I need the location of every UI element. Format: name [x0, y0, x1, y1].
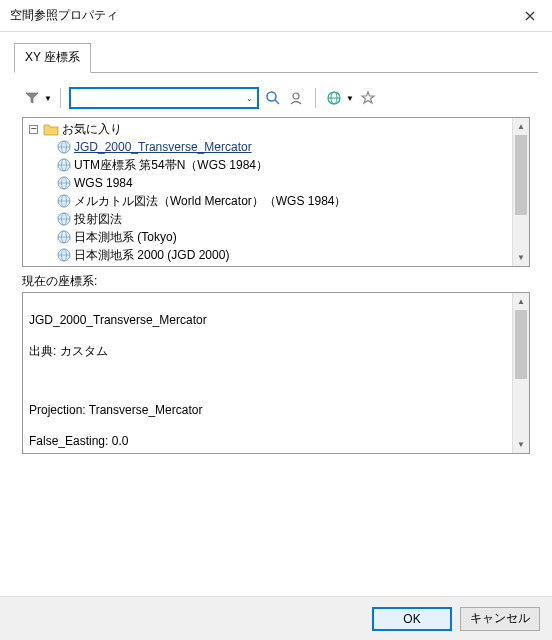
separator — [60, 88, 61, 108]
search-icon — [265, 90, 281, 106]
chevron-down-icon[interactable]: ▼ — [44, 94, 52, 103]
people-icon — [289, 90, 305, 106]
search-box[interactable]: ⌄ — [69, 87, 259, 109]
tree-item[interactable]: 投射図法 — [27, 210, 525, 228]
globe-button[interactable] — [324, 88, 344, 108]
people-button[interactable] — [287, 88, 307, 108]
chevron-down-icon[interactable]: ▼ — [346, 94, 354, 103]
globe-icon — [57, 266, 71, 267]
globe-icon — [57, 212, 71, 226]
scroll-down-icon[interactable]: ▼ — [513, 249, 529, 266]
detail-name: JGD_2000_Transverse_Mercator — [29, 313, 523, 329]
tree-item-label: 日本測地系 (Tokyo) — [74, 229, 177, 246]
svg-point-0 — [267, 92, 276, 101]
scroll-track[interactable] — [513, 310, 529, 436]
scrollbar-vertical[interactable]: ▲ ▼ — [512, 118, 529, 266]
search-button[interactable] — [263, 88, 283, 108]
svg-line-1 — [275, 100, 279, 104]
filter-button[interactable] — [22, 88, 42, 108]
cancel-button[interactable]: キャンセル — [460, 607, 540, 631]
scroll-thumb[interactable] — [515, 310, 527, 379]
tree-item[interactable]: 日本測地系 (Tokyo) — [27, 228, 525, 246]
search-input[interactable] — [75, 90, 244, 106]
tree-item-label: 日本測地系 2000 (JGD 2000) — [74, 247, 229, 264]
collapse-icon[interactable]: − — [29, 125, 38, 134]
globe-icon — [57, 176, 71, 190]
tree-item[interactable]: WGS 1984 — [27, 174, 525, 192]
tree-item-label: メルカトル図法（World Mercator）（WGS 1984） — [74, 193, 347, 210]
detail-projection: Projection: Transverse_Mercator — [29, 403, 523, 419]
globe-icon — [57, 158, 71, 172]
tree-item[interactable]: UTM座標系 第54帯N（WGS 1984） — [27, 156, 525, 174]
favorite-button[interactable] — [358, 88, 378, 108]
tree-item-label: UTM座標系 第54帯N（WGS 1984） — [74, 157, 268, 174]
tree-item[interactable]: JGD_2000_Transverse_Mercator — [27, 138, 525, 156]
detail-false-easting: False_Easting: 0.0 — [29, 434, 523, 450]
current-coord-label: 現在の座標系: — [22, 273, 530, 290]
globe-icon — [57, 230, 71, 244]
button-bar: OK キャンセル — [0, 596, 552, 640]
scrollbar-vertical[interactable]: ▲ ▼ — [512, 293, 529, 453]
tree-item-label: 投射図法 — [74, 211, 122, 228]
tree-folder-favorites[interactable]: − お気に入り — [27, 120, 525, 138]
separator — [315, 88, 316, 108]
scroll-up-icon[interactable]: ▲ — [513, 118, 529, 135]
tab-xy-coord[interactable]: XY 座標系 — [14, 43, 91, 73]
coord-details: JGD_2000_Transverse_Mercator 出典: カスタム Pr… — [22, 292, 530, 454]
coord-tree[interactable]: − お気に入り JGD_2000_Transverse_MercatorUTM座… — [22, 117, 530, 267]
scroll-track[interactable] — [513, 135, 529, 249]
globe-icon — [57, 194, 71, 208]
details-text: JGD_2000_Transverse_Mercator 出典: カスタム Pr… — [23, 293, 529, 454]
star-icon — [360, 90, 376, 106]
tab-row: XY 座標系 — [14, 42, 538, 73]
scroll-down-icon[interactable]: ▼ — [513, 436, 529, 453]
chevron-down-icon[interactable]: ⌄ — [244, 94, 255, 103]
ok-button[interactable]: OK — [372, 607, 452, 631]
folder-icon — [43, 122, 59, 136]
close-icon — [525, 11, 535, 21]
tree-item[interactable]: 日本測地系 2000 (JGD 2000) — [27, 246, 525, 264]
globe-icon — [326, 90, 342, 106]
titlebar: 空間参照プロパティ — [0, 0, 552, 32]
tree-folder-label: お気に入り — [62, 121, 122, 138]
globe-icon — [57, 140, 71, 154]
scroll-up-icon[interactable]: ▲ — [513, 293, 529, 310]
svg-point-2 — [293, 93, 299, 99]
window-title: 空間参照プロパティ — [10, 7, 118, 24]
detail-source: 出典: カスタム — [29, 344, 523, 360]
funnel-icon — [25, 91, 39, 105]
scroll-thumb[interactable] — [515, 135, 527, 215]
tree-item-label: JGD_2000_Transverse_Mercator — [74, 140, 252, 154]
toolbar: ▼ ⌄ ▼ — [22, 87, 530, 109]
close-button[interactable] — [507, 1, 552, 31]
tree-item-label: 日本測地系 2011 (JGD 2011) — [74, 265, 229, 268]
tree-item-label: WGS 1984 — [74, 176, 133, 190]
tree-item[interactable]: メルカトル図法（World Mercator）（WGS 1984） — [27, 192, 525, 210]
globe-icon — [57, 248, 71, 262]
tree-item[interactable]: 日本測地系 2011 (JGD 2011) — [27, 264, 525, 267]
